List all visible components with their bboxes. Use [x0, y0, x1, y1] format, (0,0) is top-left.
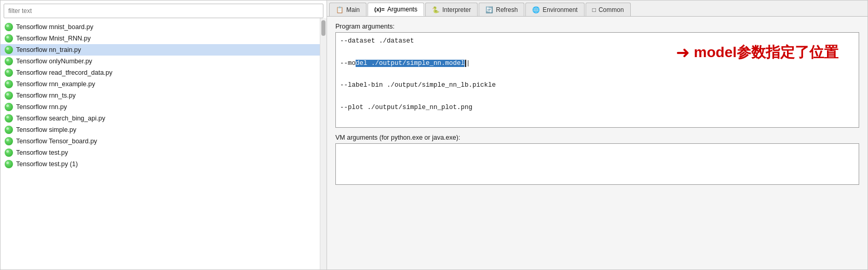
- python-file-icon: [5, 137, 13, 145]
- file-name: Tensorflow onlyNumber.py: [16, 58, 92, 65]
- python-file-icon: [5, 46, 13, 54]
- left-panel: Tensorflow mnist_board.pyTensorflow Mnis…: [0, 0, 327, 270]
- tab-environment-icon: 🌐: [532, 6, 540, 14]
- arg-line: --label-bin ./output/simple_nn_lb.pickle: [340, 80, 855, 91]
- tabs-bar: 📋Main(x)=Arguments🐍Interpreter🔄Refresh🌐E…: [327, 1, 867, 17]
- tab-interpreter-label: Interpreter: [442, 6, 471, 14]
- arg-line: --model ./output/simple_nn.model|: [340, 58, 855, 69]
- text-cursor: |: [465, 60, 470, 67]
- program-args-container: --dataset ./dataset--model ./output/simp…: [335, 32, 859, 128]
- tab-refresh-icon: 🔄: [485, 6, 493, 14]
- file-item[interactable]: Tensorflow test.py: [1, 147, 327, 158]
- tab-interpreter-icon: 🐍: [432, 6, 440, 14]
- file-name: Tensorflow Mnist_RNN.py: [16, 35, 91, 42]
- tab-arguments[interactable]: (x)=Arguments: [368, 3, 424, 16]
- file-name: Tensorflow mnist_board.py: [16, 23, 93, 31]
- tab-main[interactable]: 📋Main: [329, 3, 367, 16]
- file-item[interactable]: Tensorflow test.py (1): [1, 158, 327, 170]
- file-item[interactable]: Tensorflow Tensor_board.py: [1, 136, 327, 147]
- file-item[interactable]: Tensorflow search_bing_api.py: [1, 113, 327, 124]
- python-file-icon: [5, 91, 13, 100]
- file-name: Tensorflow test.py: [16, 149, 68, 156]
- tab-environment[interactable]: 🌐Environment: [525, 3, 584, 16]
- vm-args-section: VM arguments (for python.exe or java.exe…: [335, 134, 859, 185]
- tab-environment-label: Environment: [542, 6, 577, 14]
- program-args-label: Program arguments:: [335, 23, 859, 30]
- tab-refresh[interactable]: 🔄Refresh: [479, 3, 524, 16]
- tab-arguments-label: Arguments: [387, 6, 417, 13]
- scrollbar-thumb[interactable]: [321, 20, 326, 36]
- file-list: Tensorflow mnist_board.pyTensorflow Mnis…: [1, 20, 327, 269]
- tab-main-label: Main: [346, 6, 360, 14]
- file-name: Tensorflow Tensor_board.py: [16, 138, 97, 145]
- tab-arguments-icon: (x)=: [374, 6, 385, 13]
- file-name: Tensorflow rnn_ts.py: [16, 92, 76, 99]
- file-item[interactable]: Tensorflow read_tfrecord_data.py: [1, 67, 327, 78]
- file-name: Tensorflow rnn_example.py: [16, 80, 95, 88]
- python-file-icon: [5, 126, 13, 134]
- vm-args-box[interactable]: [335, 143, 859, 185]
- vm-args-label: VM arguments (for python.exe or java.exe…: [335, 134, 859, 141]
- file-name: Tensorflow nn_train.py: [16, 46, 81, 53]
- file-item[interactable]: Tensorflow rnn_example.py: [1, 78, 327, 90]
- arg-line: --dataset ./dataset: [340, 36, 855, 47]
- python-file-icon: [5, 160, 13, 168]
- python-file-icon: [5, 80, 13, 88]
- file-name: Tensorflow rnn.py: [16, 103, 67, 111]
- tab-refresh-label: Refresh: [496, 6, 518, 14]
- tab-common-icon: □: [592, 6, 596, 14]
- file-name: Tensorflow search_bing_api.py: [16, 115, 105, 122]
- python-file-icon: [5, 69, 13, 77]
- python-file-icon: [5, 114, 13, 123]
- tab-main-icon: 📋: [336, 6, 344, 14]
- python-file-icon: [5, 103, 13, 111]
- tab-interpreter[interactable]: 🐍Interpreter: [425, 3, 478, 16]
- file-item[interactable]: Tensorflow mnist_board.py: [1, 21, 327, 33]
- tab-common-label: Common: [599, 6, 624, 14]
- python-file-icon: [5, 34, 13, 43]
- filter-input[interactable]: [4, 4, 323, 18]
- file-name: Tensorflow test.py (1): [16, 160, 78, 168]
- file-item[interactable]: Tensorflow rnn.py: [1, 101, 327, 113]
- program-args-section: Program arguments: --dataset ./dataset--…: [335, 23, 859, 128]
- arg-line: --plot ./output/simple_nn_plot.png: [340, 102, 855, 113]
- file-item[interactable]: Tensorflow simple.py: [1, 124, 327, 136]
- file-item[interactable]: Tensorflow Mnist_RNN.py: [1, 33, 327, 44]
- file-item[interactable]: Tensorflow nn_train.py: [1, 44, 327, 56]
- program-args-display[interactable]: --dataset ./dataset--model ./output/simp…: [335, 32, 859, 128]
- right-panel: 📋Main(x)=Arguments🐍Interpreter🔄Refresh🌐E…: [327, 0, 868, 270]
- file-item[interactable]: Tensorflow onlyNumber.py: [1, 56, 327, 67]
- main-content: Program arguments: --dataset ./dataset--…: [327, 17, 867, 269]
- python-file-icon: [5, 23, 13, 31]
- file-item[interactable]: Tensorflow rnn_ts.py: [1, 90, 327, 101]
- tab-common[interactable]: □Common: [586, 3, 631, 16]
- file-name: Tensorflow simple.py: [16, 126, 76, 133]
- python-file-icon: [5, 148, 13, 157]
- file-name: Tensorflow read_tfrecord_data.py: [16, 69, 113, 76]
- python-file-icon: [5, 57, 13, 65]
